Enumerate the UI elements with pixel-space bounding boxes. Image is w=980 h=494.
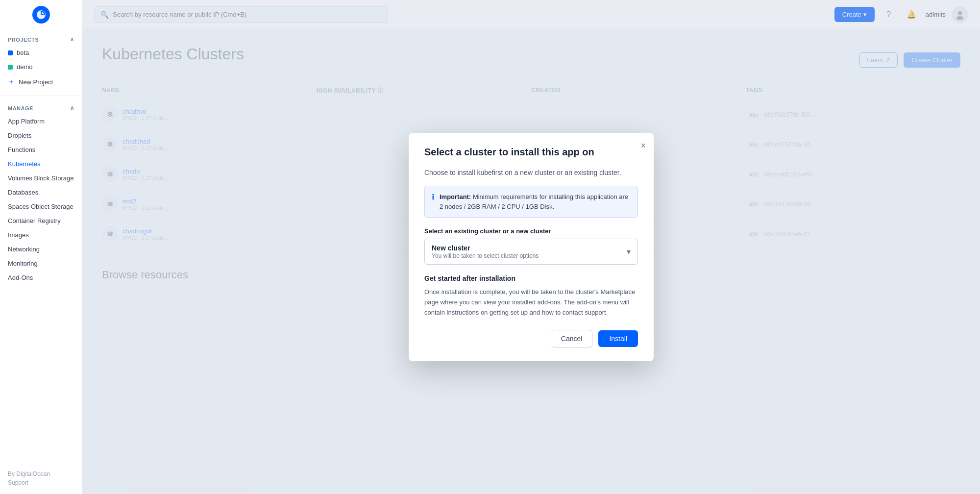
plus-icon: ＋ <box>8 77 15 86</box>
chevron-icon: ∧ <box>70 105 74 111</box>
projects-header: PROJECTS ∧ <box>0 33 82 46</box>
manage-section: MANAGE ∧ App Platform Droplets Functions… <box>0 98 82 289</box>
select-content: New cluster You will be taken to select … <box>432 244 539 259</box>
sidebar-item-volumes[interactable]: Volumes Block Storage <box>0 171 82 185</box>
sidebar-item-demo[interactable]: demo <box>0 60 82 74</box>
manage-header: MANAGE ∧ <box>0 102 82 114</box>
after-install-text: Once installation is complete, you will … <box>424 287 638 318</box>
sidebar-item-functions[interactable]: Functions <box>0 143 82 157</box>
sidebar-item-app-platform[interactable]: App Platform <box>0 114 82 128</box>
sidebar-divider <box>0 96 82 96</box>
project-dot <box>8 65 13 70</box>
selected-option-sub: You will be taken to select cluster opti… <box>432 252 539 259</box>
info-box: ℹ Important: Minimum requirements for in… <box>424 186 638 218</box>
info-text: Important: Minimum requirements for inst… <box>440 192 631 211</box>
sidebar-item-addons[interactable]: Add-Ons <box>0 271 82 285</box>
after-install-title: Get started after installation <box>424 274 638 282</box>
sidebar-item-spaces[interactable]: Spaces Object Storage <box>0 199 82 214</box>
sidebar-item-databases[interactable]: Databases <box>0 185 82 199</box>
dropdown-chevron-icon: ▾ <box>627 247 631 256</box>
sidebar: PROJECTS ∧ beta demo ＋ New Project MANAG… <box>0 0 82 494</box>
sidebar-item-images[interactable]: Images <box>0 228 82 242</box>
sidebar-item-droplets[interactable]: Droplets <box>0 128 82 143</box>
logo-icon <box>32 6 50 24</box>
sidebar-item-beta[interactable]: beta <box>0 46 82 60</box>
selected-option-main: New cluster <box>432 244 539 252</box>
main-content: 🔍 Create ▾ ? 🔔 adimits <box>82 0 980 494</box>
modal-overlay: Select a cluster to install this app on … <box>82 0 980 494</box>
sidebar-item-kubernetes[interactable]: Kubernetes <box>0 157 82 171</box>
modal-subtitle: Choose to install kubefirst on a new clu… <box>424 168 638 178</box>
sidebar-item-monitoring[interactable]: Monitoring <box>0 256 82 271</box>
install-button[interactable]: Install <box>598 330 638 347</box>
modal: Select a cluster to install this app on … <box>409 133 654 361</box>
select-label: Select an existing cluster or a new clus… <box>424 227 638 235</box>
sidebar-item-networking[interactable]: Networking <box>0 242 82 256</box>
sidebar-item-new-project[interactable]: ＋ New Project <box>0 74 82 90</box>
modal-title: Select a cluster to install this app on <box>424 147 638 158</box>
projects-section: PROJECTS ∧ beta demo ＋ New Project <box>0 29 82 94</box>
modal-close-button[interactable]: × <box>640 141 646 151</box>
sidebar-bottom: By DigitalOcean Support <box>0 467 82 494</box>
cluster-select-dropdown[interactable]: New cluster You will be taken to select … <box>424 239 638 265</box>
project-dot <box>8 50 13 55</box>
by-digitalocean: By DigitalOcean <box>8 470 74 477</box>
support-link[interactable]: Support <box>8 479 74 486</box>
sidebar-item-container-registry[interactable]: Container Registry <box>0 214 82 228</box>
modal-footer: Cancel Install <box>424 330 638 347</box>
chevron-icon: ∧ <box>70 36 74 43</box>
logo[interactable] <box>0 0 82 29</box>
cancel-button[interactable]: Cancel <box>551 330 593 347</box>
info-icon: ℹ <box>432 193 435 201</box>
